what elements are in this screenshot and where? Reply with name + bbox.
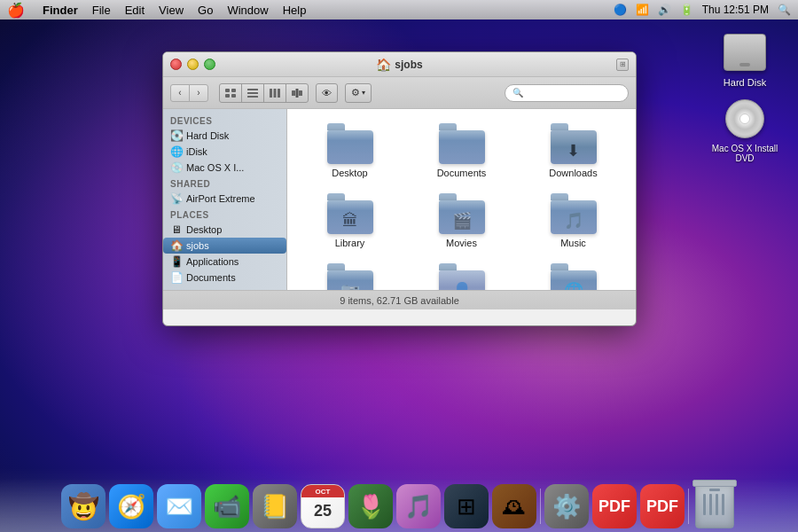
time-machine-dock-icon: 🕰 [492,484,536,528]
downloads-folder-icon: ⬇ [551,123,597,164]
minimize-button[interactable] [187,59,199,70]
music-folder-label: Music [560,238,586,248]
dock-item-ical[interactable]: OCT 25 [301,484,345,528]
dock-item-time-machine[interactable]: 🕰 [492,484,536,528]
sidebar-item-desktop[interactable]: 🖥 Desktop [163,222,286,238]
window-resize-button[interactable]: ⊞ [616,59,629,71]
svg-rect-1 [231,89,236,92]
spotlight-icon[interactable]: 🔍 [778,4,791,16]
dock-item-facetime[interactable]: 📹 [205,484,249,528]
idisk-sidebar-icon: 🌐 [170,145,183,158]
documents-folder-label: Documents [437,168,487,178]
window-title-text: sjobs [395,59,422,71]
itunes-dock-icon: 🎵 [396,484,441,528]
column-view-button[interactable] [263,83,286,103]
svg-rect-6 [247,96,258,98]
svg-rect-2 [225,94,230,98]
pdf1-dock-icon: PDF [592,484,637,528]
menubar-right: 🔵 📶 🔊 🔋 Thu 12:51 PM 🔍 [614,4,791,16]
movies-folder-label: Movies [446,238,477,248]
dock-item-sys-pref[interactable]: ⚙️ [544,484,589,528]
airport-sidebar-icon: 📡 [170,192,183,205]
sidebar-item-idisk[interactable]: 🌐 iDisk [163,144,286,160]
window-title: 🏠 sjobs [376,58,422,72]
dock-item-trash[interactable] [692,484,737,528]
sidebar-item-mac-os-install[interactable]: 💿 Mac OS X I... [163,160,286,176]
gear-icon: ⚙ [351,87,360,98]
file-item-sites[interactable]: 🌐 Sites [520,258,627,290]
documents-sidebar-icon: 📄 [170,271,183,284]
menu-help[interactable]: Help [283,4,307,17]
file-item-downloads[interactable]: ⬇ Downloads [520,118,627,184]
maximize-button[interactable] [204,59,215,70]
finder-titlebar: 🏠 sjobs ⊞ [163,52,636,77]
bluetooth-icon: 🔵 [614,4,627,16]
sys-pref-dock-icon: ⚙️ [544,484,589,528]
file-item-documents[interactable]: Documents [408,118,515,184]
dock-item-itunes[interactable]: 🎵 [396,484,441,528]
spaces-dock-icon: ⊞ [444,484,489,528]
menu-window[interactable]: Window [227,4,268,17]
devices-section-title: DEVICES [163,113,286,128]
forward-button[interactable]: › [189,84,208,102]
apple-menu[interactable]: 🍎 [7,2,25,19]
dock-item-pdf2[interactable]: PDF [640,484,685,528]
sites-folder-icon: 🌐 [551,263,597,290]
dock-item-iphoto[interactable]: 🌷 [348,484,393,528]
public-folder-icon: 👤 [439,263,485,290]
sidebar-item-documents[interactable]: 📄 Documents [163,270,286,286]
file-item-library[interactable]: 🏛 Library [296,188,403,254]
file-item-movies[interactable]: 🎬 Movies [408,188,515,254]
menu-go[interactable]: Go [198,4,213,17]
file-item-pictures[interactable]: 📷 Pictures [296,258,403,290]
file-item-desktop[interactable]: Desktop [296,118,403,184]
action-button[interactable]: ⚙ ▾ [345,83,372,103]
address-book-dock-icon: 📒 [253,484,297,528]
dock-item-mail[interactable]: ✉️ [157,484,201,528]
sidebar-item-sjobs[interactable]: 🏠 sjobs [163,238,286,254]
sidebar-item-applications[interactable]: 📱 Applications [163,254,286,270]
hard-disk-label: Hard Disk [724,77,766,88]
search-field[interactable]: 🔍 [505,84,629,102]
close-button[interactable] [170,59,182,70]
dock-item-pdf1[interactable]: PDF [592,484,637,528]
dock-item-finder[interactable]: 🤠 [61,484,106,528]
trash-dock-icon [692,484,737,528]
sidebar-item-hard-disk[interactable]: 💽 Hard Disk [163,128,286,144]
sidebar-hard-disk-label: Hard Disk [186,130,229,141]
desktop-icon-hard-disk[interactable]: Hard Disk [709,31,780,88]
desktop-icon-dvd[interactable]: Mac OS X Install DVD [709,98,780,163]
svg-rect-7 [270,89,272,98]
menu-finder[interactable]: Finder [43,4,78,17]
icon-view-button[interactable] [219,83,242,103]
list-view-button[interactable] [241,83,264,103]
sidebar-item-airport[interactable]: 📡 AirPort Extreme [163,191,286,207]
places-section-title: PLACES [163,207,286,222]
dock-item-safari[interactable]: 🧭 [109,484,153,528]
battery-icon: 🔋 [680,4,693,16]
pdf2-dock-icon: PDF [640,484,685,528]
dvd-icon [724,98,766,140]
menu-edit[interactable]: Edit [125,4,145,17]
dock-item-spaces[interactable]: ⊞ [444,484,489,528]
svg-rect-11 [296,89,299,98]
coverflow-view-button[interactable] [286,83,309,103]
traffic-lights [170,59,215,70]
view-buttons [219,83,309,103]
dock-item-address-book[interactable]: 📒 [253,484,297,528]
back-button[interactable]: ‹ [170,84,190,102]
svg-rect-0 [225,89,230,92]
mail-dock-icon: ✉️ [157,484,201,528]
library-folder-label: Library [335,238,365,248]
svg-rect-10 [292,90,295,96]
quick-look-button[interactable]: 👁 [316,83,338,103]
desktop-folder-label: Desktop [332,168,367,178]
search-section-title: SEARCH FOR [163,286,286,290]
menu-view[interactable]: View [159,4,184,17]
clock: Thu 12:51 PM [702,4,769,16]
desktop-sidebar-icon: 🖥 [170,223,183,236]
file-item-public[interactable]: 👤 Public [408,258,515,290]
finder-toolbar: ‹ › [163,77,636,109]
file-item-music[interactable]: 🎵 Music [520,188,627,254]
menu-file[interactable]: File [92,4,111,17]
